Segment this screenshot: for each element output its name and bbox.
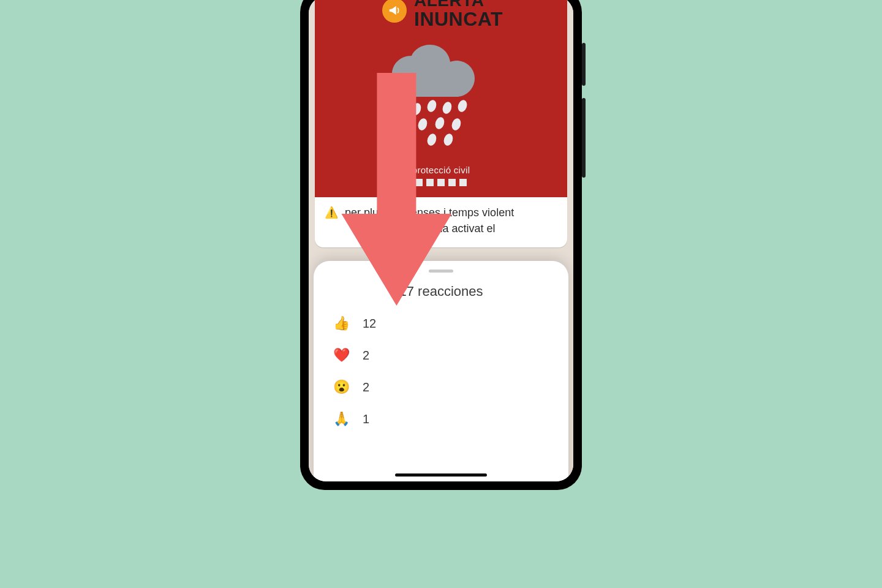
svg-point-8: [442, 132, 454, 146]
svg-point-7: [426, 132, 437, 146]
phone-frame: ALERTA INUNCAT: [300, 0, 582, 490]
message-fragment: per pluges intenses i temps violent: [342, 206, 514, 219]
thumbs-up-icon: 👍: [333, 315, 349, 331]
proteccio-civil-squares: [415, 179, 467, 186]
rain-cloud-icon: [380, 45, 502, 149]
svg-point-2: [441, 100, 453, 115]
svg-point-1: [426, 99, 437, 113]
svg-point-0: [410, 102, 422, 116]
warning-icon: ⚠️: [325, 206, 338, 219]
svg-point-3: [456, 99, 468, 113]
svg-point-6: [450, 117, 462, 131]
message-bold: Catalunya.: [368, 222, 424, 235]
reaction-row[interactable]: 🙏 1: [333, 411, 552, 427]
chat-area: ALERTA INUNCAT: [309, 0, 573, 481]
phone-side-button: [582, 43, 586, 86]
home-indicator[interactable]: [395, 473, 487, 477]
phone-screen: ALERTA INUNCAT: [309, 0, 573, 481]
message-text: ⚠️ per pluges intenses i temps violent n…: [315, 197, 567, 247]
reaction-count: 12: [363, 317, 376, 331]
alert-title-line2: INUNCAT: [414, 9, 503, 30]
svg-point-5: [434, 116, 445, 130]
alert-title: ALERTA INUNCAT: [414, 0, 503, 30]
reaction-row[interactable]: 👍 12: [333, 315, 552, 331]
reaction-row[interactable]: ❤️ 2: [333, 347, 552, 363]
reaction-row[interactable]: 😮 2: [333, 379, 552, 395]
reactions-sheet[interactable]: 17 reacciones 👍 12 ❤️ 2 😮 2: [314, 261, 568, 481]
heart-icon: ❤️: [333, 347, 349, 363]
wow-icon: 😮: [333, 379, 349, 395]
message-bubble[interactable]: ALERTA INUNCAT: [315, 0, 567, 247]
reactions-title: 17 reacciones: [330, 284, 552, 300]
alert-header: ALERTA INUNCAT: [382, 0, 503, 30]
pray-icon: 🙏: [333, 411, 349, 427]
message-fragment: S'ha activat el: [424, 222, 496, 235]
svg-point-4: [417, 117, 428, 131]
phone-side-button: [582, 98, 586, 178]
proteccio-civil-label: protecció civil: [412, 165, 470, 175]
alert-card: ALERTA INUNCAT: [315, 0, 567, 197]
megaphone-icon: [382, 0, 407, 23]
sheet-grabber[interactable]: [429, 270, 453, 273]
reactions-list: 👍 12 ❤️ 2 😮 2 🙏 1: [330, 315, 552, 427]
reaction-count: 2: [363, 380, 369, 394]
reaction-count: 2: [363, 349, 369, 363]
reaction-count: 1: [363, 412, 369, 426]
